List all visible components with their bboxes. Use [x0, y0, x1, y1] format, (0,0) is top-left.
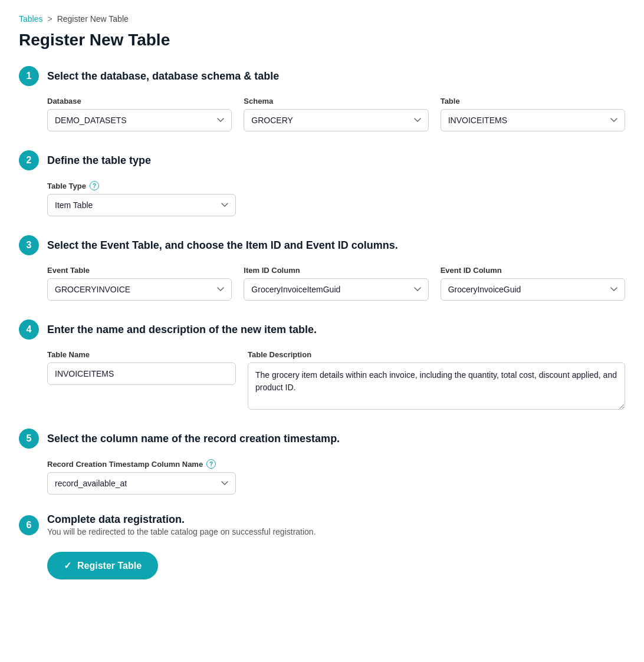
timestamp-column-field-group: Record Creation Timestamp Column Name ? … — [47, 459, 236, 495]
step-3-title: Select the Event Table, and choose the I… — [47, 239, 398, 252]
database-field-group: Database DEMO_DATASETS — [47, 97, 232, 131]
table-name-label: Table Name — [47, 350, 236, 359]
step-3-badge: 3 — [19, 235, 39, 255]
table-type-field-group: Table Type ? Item Table — [47, 181, 236, 216]
schema-field-group: Schema GROCERY — [244, 97, 428, 131]
step-2-header: 2 Define the table type — [19, 150, 625, 170]
step-4-title: Enter the name and description of the ne… — [47, 324, 317, 336]
register-table-button[interactable]: ✓ Register Table — [47, 552, 158, 579]
event-id-column-select[interactable]: GroceryInvoiceGuid — [441, 278, 625, 301]
step-4-badge: 4 — [19, 320, 39, 340]
step-6-title-group: Complete data registration. You will be … — [47, 513, 316, 536]
step-4-fields: Table Name Table Description The grocery… — [19, 350, 625, 410]
step-1-header: 1 Select the database, database schema &… — [19, 66, 625, 86]
database-label: Database — [47, 97, 232, 106]
schema-label: Schema — [244, 97, 428, 106]
step-4-header: 4 Enter the name and description of the … — [19, 320, 625, 340]
step-3: 3 Select the Event Table, and choose the… — [19, 235, 625, 301]
timestamp-column-label: Record Creation Timestamp Column Name — [47, 460, 203, 469]
table-name-input[interactable] — [47, 363, 236, 385]
table-type-label-row: Table Type ? — [47, 181, 236, 190]
step-6-header: 6 Complete data registration. You will b… — [19, 513, 625, 536]
step-5-badge: 5 — [19, 429, 39, 449]
table-description-field-group: Table Description The grocery item detai… — [248, 350, 625, 410]
register-button-label: Register Table — [77, 561, 142, 571]
step-2-fields: Table Type ? Item Table — [19, 181, 625, 216]
event-table-select[interactable]: GROCERYINVOICE — [47, 278, 232, 301]
event-table-label: Event Table — [47, 266, 232, 275]
table-select[interactable]: INVOICEITEMS — [441, 109, 625, 131]
step-1: 1 Select the database, database schema &… — [19, 66, 625, 131]
step-5-header: 5 Select the column name of the record c… — [19, 429, 625, 449]
breadcrumb-current: Register New Table — [57, 14, 129, 24]
step-6-subtitle: You will be redirected to the table cata… — [47, 527, 316, 536]
event-table-field-group: Event Table GROCERYINVOICE — [47, 266, 232, 301]
step-6-title: Complete data registration. — [47, 513, 316, 526]
check-icon: ✓ — [64, 560, 71, 571]
schema-select[interactable]: GROCERY — [244, 109, 428, 131]
page-title: Register New Table — [19, 31, 625, 50]
table-description-textarea[interactable]: The grocery item details within each inv… — [248, 363, 625, 410]
breadcrumb: Tables > Register New Table — [19, 14, 625, 24]
step-3-fields: Event Table GROCERYINVOICE Item ID Colum… — [19, 266, 625, 301]
table-label: Table — [441, 97, 625, 106]
table-description-label: Table Description — [248, 350, 625, 359]
timestamp-column-label-row: Record Creation Timestamp Column Name ? — [47, 459, 236, 469]
event-id-column-label: Event ID Column — [441, 266, 625, 275]
step-1-badge: 1 — [19, 66, 39, 86]
step-5: 5 Select the column name of the record c… — [19, 429, 625, 495]
step-1-fields: Database DEMO_DATASETS Schema GROCERY Ta… — [19, 97, 625, 131]
database-select[interactable]: DEMO_DATASETS — [47, 109, 232, 131]
step-6: 6 Complete data registration. You will b… — [19, 513, 625, 579]
timestamp-help-icon[interactable]: ? — [206, 459, 216, 469]
breadcrumb-tables-link[interactable]: Tables — [19, 14, 42, 24]
step-2: 2 Define the table type Table Type ? Ite… — [19, 150, 625, 216]
step-1-title: Select the database, database schema & t… — [47, 70, 279, 83]
event-id-column-field-group: Event ID Column GroceryInvoiceGuid — [441, 266, 625, 301]
step-5-fields: Record Creation Timestamp Column Name ? … — [19, 459, 625, 495]
table-type-select[interactable]: Item Table — [47, 194, 236, 216]
step-3-header: 3 Select the Event Table, and choose the… — [19, 235, 625, 255]
table-type-label: Table Type — [47, 182, 86, 190]
step-2-badge: 2 — [19, 150, 39, 170]
step-2-title: Define the table type — [47, 154, 151, 167]
table-type-help-icon[interactable]: ? — [90, 181, 99, 190]
timestamp-column-select[interactable]: record_available_at — [47, 472, 236, 495]
table-field-group: Table INVOICEITEMS — [441, 97, 625, 131]
item-id-column-field-group: Item ID Column GroceryInvoiceItemGuid — [244, 266, 428, 301]
step-4: 4 Enter the name and description of the … — [19, 320, 625, 410]
step-6-badge: 6 — [19, 515, 39, 535]
breadcrumb-separator: > — [47, 14, 52, 24]
item-id-column-label: Item ID Column — [244, 266, 428, 275]
table-name-field-group: Table Name — [47, 350, 236, 410]
step-5-title: Select the column name of the record cre… — [47, 433, 340, 445]
item-id-column-select[interactable]: GroceryInvoiceItemGuid — [244, 278, 428, 301]
